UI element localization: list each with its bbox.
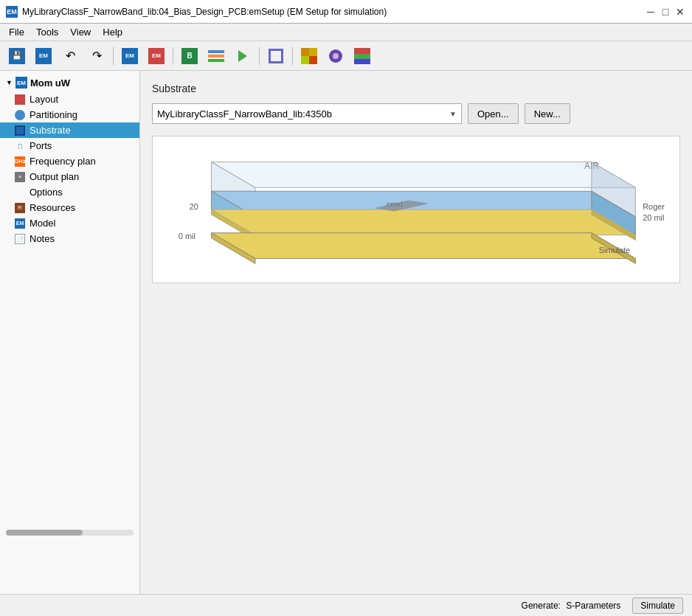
checker-icon (301, 48, 317, 64)
main-layout: ▼ EM Mom uW Layout Partitioning Substrat… (0, 71, 692, 594)
sidebar: ▼ EM Mom uW Layout Partitioning Substrat… (0, 71, 140, 594)
svg-marker-10 (211, 162, 635, 188)
ports-label: Ports (30, 140, 52, 151)
minimize-button[interactable]: ─ (645, 6, 657, 18)
save-button[interactable]: 💾 (4, 45, 30, 67)
dropdown-arrow-icon: ▼ (449, 110, 457, 118)
sidebar-root-icon: EM (15, 77, 27, 89)
partition-label: Partitioning (30, 109, 77, 120)
svg-text:0 mil: 0 mil (179, 232, 196, 240)
section-title: Substrate (152, 83, 680, 94)
svg-text:20: 20 (190, 202, 198, 211)
window-controls[interactable]: ─ □ ✕ (645, 6, 686, 18)
menu-tools[interactable]: Tools (30, 25, 64, 39)
em2-icon: EM (122, 48, 138, 64)
substrate-dropdown-value: MyLibraryClassF_NarrowBand_lib:4350b (157, 108, 332, 120)
svg-rect-8 (354, 59, 370, 64)
svg-rect-2 (301, 56, 309, 64)
sidebar-item-resources[interactable]: R Resources (0, 200, 139, 215)
new-button[interactable]: New... (525, 103, 570, 124)
save-icon: 💾 (9, 48, 25, 64)
output-label: Output plan (30, 171, 79, 182)
ports-icon: ⎍ (15, 141, 25, 151)
checker-button[interactable] (297, 45, 322, 67)
colorful-button[interactable] (350, 45, 375, 67)
svg-text:20 mil: 20 mil (643, 213, 664, 222)
resources-icon: R (15, 203, 25, 213)
em2-button[interactable]: EM (117, 45, 142, 67)
options-label: Options (30, 187, 63, 198)
generate-label: Generate: S-Parameters (522, 601, 621, 611)
em3-button[interactable]: EM (144, 45, 169, 67)
substrate-visualization: AIR (152, 136, 680, 283)
undo-icon: ↶ (66, 49, 75, 63)
svg-rect-0 (301, 48, 309, 56)
circle-button[interactable] (323, 45, 348, 67)
options-icon (15, 187, 25, 198)
sidebar-item-ports[interactable]: ⎍ Ports (0, 138, 139, 153)
sidebar-item-model[interactable]: EM Model (0, 215, 139, 231)
menu-bar: File Tools View Help (0, 24, 692, 41)
simulate-button[interactable]: Simulate (632, 598, 683, 614)
app-icon: EM (6, 6, 18, 18)
sidebar-item-partitioning[interactable]: Partitioning (0, 107, 139, 122)
sidebar-scrollbar[interactable] (6, 530, 134, 536)
layout-icon (15, 94, 25, 105)
svg-rect-3 (309, 56, 317, 64)
substrate-row: MyLibraryClassF_NarrowBand_lib:4350b ▼ O… (152, 103, 680, 124)
undo-button[interactable]: ↶ (58, 45, 83, 67)
maximize-button[interactable]: □ (660, 6, 671, 18)
model-label: Model (30, 218, 55, 229)
em1-button[interactable]: EM (31, 45, 56, 67)
svg-marker-19 (211, 233, 635, 259)
svg-rect-1 (309, 48, 317, 56)
box-icon (269, 49, 283, 63)
close-button[interactable]: ✕ (674, 6, 686, 18)
substrate-icon (15, 125, 25, 136)
em1-icon: EM (35, 48, 52, 64)
redo-button[interactable]: ↷ (84, 45, 109, 67)
sidebar-item-layout[interactable]: Layout (0, 91, 139, 107)
menu-help[interactable]: Help (97, 25, 128, 39)
sidebar-item-options[interactable]: Options (0, 184, 139, 200)
box-button[interactable] (263, 45, 288, 67)
sidebar-item-substrate[interactable]: Substrate (0, 122, 139, 138)
partition-icon (15, 110, 25, 120)
tool-layers-button[interactable] (204, 45, 229, 67)
svg-text:Rogers4350B (3.66): Rogers4350B (3.66) (643, 202, 665, 211)
menu-view[interactable]: View (64, 25, 97, 39)
svg-rect-7 (354, 54, 370, 59)
title-bar-left: EM MyLibraryClassF_NarrowBand_lib:04_Bia… (6, 6, 387, 18)
sidebar-scrollbar-thumb[interactable] (6, 530, 83, 536)
svg-rect-6 (354, 48, 370, 54)
layout-label: Layout (30, 94, 58, 105)
tool-b-icon: B (181, 48, 198, 64)
main-content: Substrate MyLibraryClassF_NarrowBand_lib… (140, 71, 692, 594)
window-title: MyLibraryClassF_NarrowBand_lib:04_Bias_D… (22, 7, 387, 17)
substrate-svg: AIR (167, 150, 665, 269)
notes-icon: 📄 (15, 234, 25, 244)
circle-icon (328, 48, 344, 64)
sidebar-root[interactable]: ▼ EM Mom uW (0, 74, 139, 91)
run-button[interactable] (230, 45, 255, 67)
svg-text:Simulate: Simulate (599, 246, 630, 255)
sidebar-item-notes[interactable]: 📄 Notes (0, 231, 139, 246)
run-icon (238, 50, 247, 62)
substrate-nav-label: Substrate (30, 125, 71, 136)
title-bar: EM MyLibraryClassF_NarrowBand_lib:04_Bia… (0, 0, 692, 24)
layers-icon (208, 49, 224, 63)
svg-marker-16 (211, 210, 635, 235)
sidebar-item-output-plan[interactable]: ≡ Output plan (0, 169, 139, 184)
sidebar-root-label: Mom uW (30, 77, 70, 89)
sidebar-item-frequency-plan[interactable]: GHz Frequency plan (0, 153, 139, 169)
status-bar: Generate: S-Parameters Simulate (0, 594, 692, 616)
em3-icon: EM (148, 48, 165, 64)
menu-file[interactable]: File (3, 25, 30, 39)
open-button[interactable]: Open... (468, 103, 519, 124)
toolbar-sep4 (292, 47, 293, 65)
substrate-dropdown[interactable]: MyLibraryClassF_NarrowBand_lib:4350b ▼ (152, 103, 462, 124)
tool-b-button[interactable]: B (177, 45, 202, 67)
toolbar: 💾 EM ↶ ↷ EM EM B (0, 41, 692, 71)
toolbar-sep1 (113, 47, 114, 65)
model-icon: EM (15, 218, 25, 229)
